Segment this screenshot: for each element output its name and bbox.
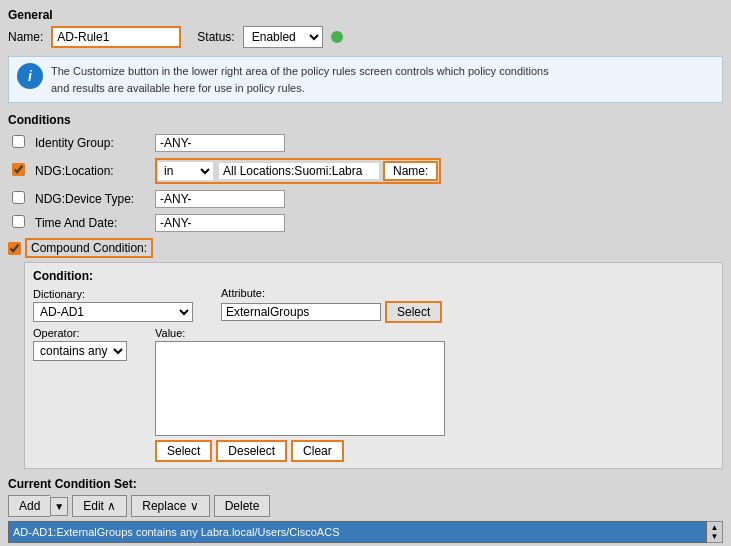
table-row: NDG:Location: in not in Name: [8, 155, 723, 187]
status-indicator [331, 31, 343, 43]
name-input[interactable] [51, 26, 181, 48]
table-row: Identity Group: [8, 131, 723, 155]
attr-input[interactable] [221, 303, 381, 321]
delete-button[interactable]: Delete [214, 495, 271, 517]
condition-set-list[interactable]: AD-AD1:ExternalGroups contains any Labra… [8, 521, 707, 543]
conditions-table: Identity Group: NDG:Location: in not in [8, 131, 723, 235]
val-clear-button[interactable]: Clear [291, 440, 344, 462]
identity-group-checkbox[interactable] [12, 135, 25, 148]
attr-select-button[interactable]: Select [385, 301, 442, 323]
val-select-button[interactable]: Select [155, 440, 212, 462]
add-dropdown-arrow[interactable]: ▼ [50, 497, 68, 516]
name-label: Name: [8, 30, 43, 44]
ndg-location-value[interactable] [219, 163, 379, 179]
ndg-device-type-label: NDG:Device Type: [35, 192, 134, 206]
ndg-location-dropdown[interactable]: in not in [158, 162, 213, 180]
scrollbar-down-arrow[interactable]: ▼ [711, 532, 719, 541]
ndg-location-label: NDG:Location: [35, 164, 114, 178]
edit-button[interactable]: Edit ∧ [72, 495, 127, 517]
add-button-wrap: Add ▼ [8, 495, 68, 517]
ndg-location-checkbox[interactable] [12, 163, 25, 176]
condition-block-title: Condition: [33, 269, 714, 283]
time-date-input[interactable] [155, 214, 285, 232]
add-button[interactable]: Add [8, 495, 50, 517]
val-deselect-button[interactable]: Deselect [216, 440, 287, 462]
val-label: Value: [155, 327, 445, 339]
conditions-title: Conditions [8, 113, 723, 127]
identity-group-input[interactable] [155, 134, 285, 152]
op-select[interactable]: contains any contains not contains [33, 341, 127, 361]
replace-button[interactable]: Replace ∨ [131, 495, 209, 517]
ndg-device-type-checkbox[interactable] [12, 191, 25, 204]
identity-group-label: Identity Group: [35, 136, 114, 150]
status-label: Status: [197, 30, 234, 44]
table-row: Time And Date: [8, 211, 723, 235]
info-icon: i [17, 63, 43, 89]
info-text: The Customize button in the lower right … [51, 63, 549, 96]
op-label: Operator: [33, 327, 127, 339]
current-cond-title: Current Condition Set: [8, 477, 723, 491]
scrollbar-up-arrow[interactable]: ▲ [711, 523, 719, 532]
condition-set-wrap: AD-AD1:ExternalGroups contains any Labra… [8, 521, 723, 543]
status-select[interactable]: Enabled Disabled [243, 26, 323, 48]
compound-condition-label: Compound Condition: [25, 238, 153, 258]
time-date-label: Time And Date: [35, 216, 117, 230]
general-title: General [8, 8, 723, 22]
dict-label: Dictionary: [33, 288, 193, 300]
ndg-location-select-button[interactable]: Name: [383, 161, 438, 181]
time-date-checkbox[interactable] [12, 215, 25, 228]
condition-set-item: AD-AD1:ExternalGroups contains any Labra… [13, 526, 339, 538]
compound-condition-checkbox[interactable] [8, 242, 21, 255]
table-row: NDG:Device Type: [8, 187, 723, 211]
val-textarea[interactable] [155, 341, 445, 436]
info-box: i The Customize button in the lower righ… [8, 56, 723, 103]
condition-block: Condition: Dictionary: AD-AD1 Attribute: [24, 262, 723, 469]
attr-label: Attribute: [221, 287, 442, 299]
ndg-device-type-input[interactable] [155, 190, 285, 208]
dict-dropdown[interactable]: AD-AD1 [33, 302, 193, 322]
